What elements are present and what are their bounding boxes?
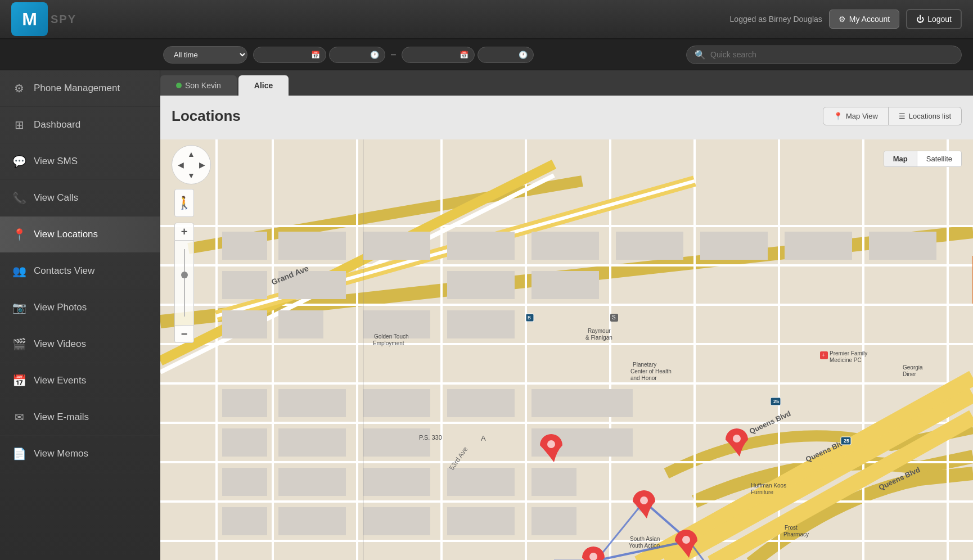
svg-rect-55 (222, 507, 267, 535)
svg-rect-26 (363, 232, 430, 260)
memo-icon: 📄 (11, 446, 27, 462)
svg-text:Planetary: Planetary (633, 362, 656, 368)
calendar-icon: 📅 (11, 373, 27, 389)
svg-text:25: 25 (773, 399, 779, 404)
svg-text:Raymour: Raymour (588, 328, 611, 334)
tab-son-kevin[interactable]: Son Kevin (160, 75, 237, 96)
time-to-input[interactable]: 🕐 (478, 47, 534, 63)
svg-text:P.S. 330: P.S. 330 (419, 434, 442, 441)
map-type-satellite-button[interactable]: Satellite (917, 151, 961, 166)
nav-right-button[interactable]: ▶ (196, 159, 208, 170)
svg-rect-43 (363, 389, 430, 417)
nav-up-button[interactable]: ▲ (186, 148, 197, 160)
street-view-button[interactable]: 🚶 (174, 189, 194, 217)
svg-rect-45 (278, 428, 346, 457)
video-icon: 🎬 (11, 336, 27, 352)
time-from-input[interactable]: 🕐 (329, 47, 385, 63)
svg-rect-35 (531, 232, 599, 260)
svg-rect-38 (700, 232, 768, 260)
logo-text: SPY (51, 13, 76, 26)
map-type-map-button[interactable]: Map (884, 151, 917, 166)
svg-rect-33 (447, 271, 515, 299)
quick-search-input[interactable] (710, 50, 953, 59)
sidebar-item-view-calls[interactable]: 📞 View Calls (0, 180, 160, 216)
online-dot (176, 83, 182, 88)
svg-rect-29 (222, 310, 267, 338)
sidebar-item-view-photos[interactable]: 📷 View Photos (0, 290, 160, 326)
svg-text:and Honor: and Honor (630, 375, 657, 381)
logo: M SPY (11, 2, 76, 36)
svg-rect-60 (588, 389, 633, 417)
locations-list-button[interactable]: ☰ Locations list (889, 107, 962, 125)
contacts-icon: 👥 (11, 263, 27, 279)
quick-search-container[interactable]: 🔍 (686, 46, 962, 64)
toolbar: All time 📅 🕐 – 📅 🕐 🔍 (0, 39, 973, 70)
sidebar: ⚙ Phone Management ⊞ Dashboard 💬 View SM… (0, 70, 160, 560)
svg-rect-54 (531, 468, 576, 496)
svg-rect-37 (616, 232, 683, 260)
sidebar-item-phone-management[interactable]: ⚙ Phone Management (0, 70, 160, 107)
date-to-group: 📅 🕐 (402, 47, 534, 63)
sidebar-item-dashboard[interactable]: ⊞ Dashboard (0, 107, 160, 143)
svg-text:Golden Touch: Golden Touch (374, 333, 409, 340)
logout-button[interactable]: ⏻ Logout (906, 9, 962, 29)
logged-as-label: Logged as Birney Douglas (730, 15, 822, 24)
map-container[interactable]: Grand Ave Queens Blvd Queens Blvd Queens… (160, 139, 973, 560)
svg-text:Huffman Koos: Huffman Koos (751, 482, 786, 489)
power-icon: ⏻ (916, 15, 924, 24)
svg-rect-50 (222, 468, 267, 496)
map-background: Grand Ave Queens Blvd Queens Blvd Queens… (160, 139, 973, 560)
sidebar-item-view-contacts[interactable]: 👥 Contacts View (0, 253, 160, 290)
nav-circle: ▲ ▼ ◀ ▶ (172, 145, 211, 184)
person-icon: 🚶 (177, 196, 192, 210)
email-icon: ✉ (11, 409, 27, 425)
sidebar-item-view-locations[interactable]: 📍 View Locations (0, 216, 160, 253)
date-to-input[interactable]: 📅 (402, 47, 475, 63)
clock-icon-2: 🕐 (519, 51, 528, 59)
svg-rect-47 (447, 389, 515, 417)
location-icon: 📍 (11, 227, 27, 242)
zoom-track (184, 249, 185, 317)
date-from-group: 📅 🕐 (253, 47, 385, 63)
svg-point-95 (733, 435, 741, 442)
svg-text:Furniture: Furniture (751, 489, 773, 495)
zoom-slider-track[interactable] (174, 241, 194, 325)
date-range-dash: – (391, 49, 396, 60)
zoom-in-button[interactable]: + (174, 223, 194, 241)
svg-rect-44 (222, 428, 267, 457)
svg-text:Pharmacy: Pharmacy (783, 531, 809, 538)
time-range-select[interactable]: All time (163, 46, 247, 64)
svg-text:Center of Health: Center of Health (630, 368, 672, 374)
svg-text:25: 25 (844, 438, 849, 444)
my-account-button[interactable]: ⚙ My Account (829, 10, 899, 29)
svg-rect-56 (278, 507, 346, 535)
svg-text:Medicine PC: Medicine PC (830, 357, 862, 363)
calendar-icon-2: 📅 (460, 51, 469, 59)
zoom-handle[interactable] (181, 272, 188, 278)
svg-point-96 (547, 440, 555, 448)
zoom-out-button[interactable]: − (174, 325, 194, 343)
svg-text:S: S (612, 314, 616, 320)
svg-rect-39 (785, 232, 852, 260)
nav-left-button[interactable]: ◀ (175, 159, 186, 170)
svg-text:Georgia: Georgia (903, 364, 923, 371)
sidebar-item-view-memos[interactable]: 📄 View Memos (0, 436, 160, 472)
map-pin-icon: 📍 (834, 112, 843, 120)
svg-rect-42 (278, 389, 346, 417)
svg-rect-51 (278, 468, 346, 496)
tab-alice[interactable]: Alice (238, 75, 289, 96)
svg-rect-53 (447, 468, 515, 496)
date-from-input[interactable]: 📅 (253, 47, 326, 63)
map-view-button[interactable]: 📍 Map View (823, 107, 889, 125)
svg-point-93 (682, 536, 690, 544)
search-icon: 🔍 (695, 49, 706, 60)
svg-text:Diner: Diner (903, 371, 917, 377)
nav-down-button[interactable]: ▼ (186, 170, 197, 181)
sidebar-item-view-videos[interactable]: 🎬 View Videos (0, 326, 160, 363)
sidebar-item-view-emails[interactable]: ✉ View E-mails (0, 399, 160, 436)
svg-rect-30 (278, 310, 323, 338)
sidebar-item-view-sms[interactable]: 💬 View SMS (0, 143, 160, 180)
gear-icon: ⚙ (11, 80, 27, 96)
sms-icon: 💬 (11, 153, 27, 169)
sidebar-item-view-events[interactable]: 📅 View Events (0, 363, 160, 399)
